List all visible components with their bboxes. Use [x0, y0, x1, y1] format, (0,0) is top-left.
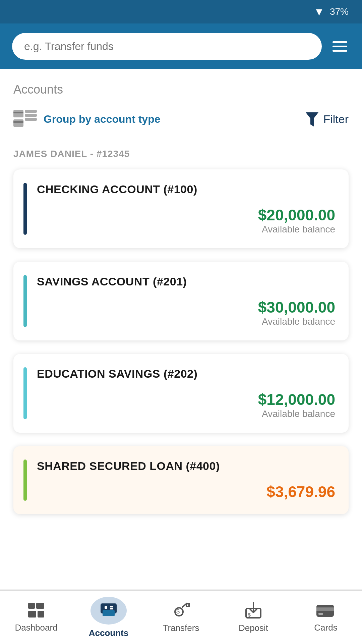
svg-rect-6 — [13, 121, 23, 123]
card-balance-loan: $3,679.96 — [266, 483, 335, 501]
svg-rect-5 — [13, 119, 23, 127]
cards-icon — [316, 602, 336, 618]
svg-rect-3 — [25, 114, 37, 117]
card-balance-row-checking: $20,000.00 Available balance — [37, 206, 335, 235]
user-section: JAMES DANIEL - #12345 CHECKING ACCOUNT (… — [13, 149, 349, 514]
svg-rect-23 — [316, 607, 334, 611]
accounts-icon-wrap — [90, 597, 127, 625]
transfers-icon: $ — [172, 602, 190, 619]
card-name-loan: SHARED SECURED LOAN (#400) — [37, 460, 335, 473]
nav-item-deposit[interactable]: $ Deposit — [217, 598, 290, 637]
transfers-icon-wrap: $ — [172, 602, 190, 620]
group-by-button[interactable]: Group by account type — [13, 110, 160, 128]
deposit-icon: $ — [245, 602, 262, 619]
menu-button[interactable] — [330, 39, 350, 54]
header — [0, 23, 362, 69]
search-input[interactable] — [12, 33, 322, 60]
card-balance-row-education: $12,000.00 Available balance — [37, 390, 335, 419]
card-balance-row-loan: $3,679.96 — [37, 483, 335, 501]
card-border-checking — [23, 183, 27, 235]
card-border-loan — [23, 460, 27, 501]
svg-rect-16 — [110, 608, 113, 609]
group-by-icon — [13, 110, 37, 128]
svg-text:$: $ — [248, 612, 251, 618]
account-card-savings[interactable]: SAVINGS ACCOUNT (#201) $30,000.00 Availa… — [13, 262, 349, 340]
card-balance-row-savings: $30,000.00 Available balance — [37, 298, 335, 327]
dashboard-icon — [27, 602, 45, 618]
nav-label-deposit: Deposit — [239, 623, 268, 633]
svg-rect-0 — [13, 110, 23, 117]
svg-rect-11 — [38, 611, 44, 618]
page-title: Accounts — [13, 83, 349, 97]
card-balance-label-savings: Available balance — [262, 316, 335, 327]
svg-text:$: $ — [176, 608, 180, 615]
svg-rect-13 — [103, 610, 115, 616]
card-name-education: EDUCATION SAVINGS (#202) — [37, 367, 335, 380]
svg-rect-4 — [25, 118, 37, 121]
cards-icon-wrap — [316, 602, 336, 619]
nav-label-cards: Cards — [314, 623, 337, 633]
accounts-list: CHECKING ACCOUNT (#100) $20,000.00 Avail… — [13, 169, 349, 514]
nav-label-dashboard: Dashboard — [15, 623, 57, 633]
svg-rect-8 — [28, 603, 35, 609]
card-balance-label-education: Available balance — [262, 409, 335, 419]
card-name-savings: SAVINGS ACCOUNT (#201) — [37, 275, 335, 288]
nav-label-transfers: Transfers — [163, 623, 199, 633]
svg-rect-14 — [105, 606, 107, 609]
card-content-savings: SAVINGS ACCOUNT (#201) $30,000.00 Availa… — [37, 275, 335, 327]
nav-item-accounts[interactable]: Accounts — [72, 593, 145, 642]
card-balance-label-checking: Available balance — [262, 224, 335, 235]
card-border-education — [23, 367, 27, 419]
card-content-loan: SHARED SECURED LOAN (#400) $3,679.96 — [37, 460, 335, 501]
card-balance-checking: $20,000.00 — [258, 206, 335, 224]
svg-rect-15 — [110, 606, 113, 607]
nav-label-accounts: Accounts — [89, 628, 128, 638]
group-by-label: Group by account type — [44, 113, 160, 125]
accounts-icon — [100, 603, 117, 618]
status-icons: ▼ 37% — [314, 6, 349, 18]
account-card-loan[interactable]: SHARED SECURED LOAN (#400) $3,679.96 — [13, 446, 349, 514]
nav-item-dashboard[interactable]: Dashboard — [0, 599, 72, 636]
svg-rect-9 — [36, 603, 44, 609]
card-content-education: EDUCATION SAVINGS (#202) $12,000.00 Avai… — [37, 367, 335, 419]
svg-marker-7 — [306, 112, 318, 126]
svg-rect-24 — [318, 613, 323, 615]
svg-rect-1 — [13, 112, 23, 113]
account-card-education[interactable]: EDUCATION SAVINGS (#202) $12,000.00 Avai… — [13, 354, 349, 433]
nav-item-transfers[interactable]: $ Transfers — [145, 598, 217, 637]
menu-line-2 — [333, 46, 347, 47]
battery-indicator: 37% — [330, 6, 349, 17]
status-bar: ▼ 37% — [0, 0, 362, 23]
toolbar: Group by account type Filter — [13, 110, 349, 128]
svg-rect-2 — [25, 110, 37, 113]
deposit-icon-wrap: $ — [245, 602, 262, 620]
card-content-checking: CHECKING ACCOUNT (#100) $20,000.00 Avail… — [37, 183, 335, 235]
card-balance-education: $12,000.00 — [258, 390, 335, 409]
main-content: Accounts Group by account type Filter JA — [0, 69, 362, 589]
card-name-checking: CHECKING ACCOUNT (#100) — [37, 183, 335, 196]
filter-label: Filter — [323, 113, 349, 126]
wifi-icon: ▼ — [314, 6, 324, 18]
card-balance-savings: $30,000.00 — [258, 298, 335, 316]
nav-item-cards[interactable]: Cards — [290, 599, 362, 636]
card-border-savings — [23, 275, 27, 327]
account-card-checking[interactable]: CHECKING ACCOUNT (#100) $20,000.00 Avail… — [13, 169, 349, 248]
svg-rect-10 — [28, 611, 36, 618]
menu-line-1 — [333, 41, 347, 43]
menu-line-3 — [333, 50, 347, 52]
filter-button[interactable]: Filter — [306, 112, 349, 126]
filter-icon — [306, 112, 318, 126]
dashboard-icon-wrap — [27, 602, 45, 619]
bottom-nav: Dashboard Accounts $ Transfers — [0, 590, 362, 644]
user-name: JAMES DANIEL - #12345 — [13, 149, 349, 159]
